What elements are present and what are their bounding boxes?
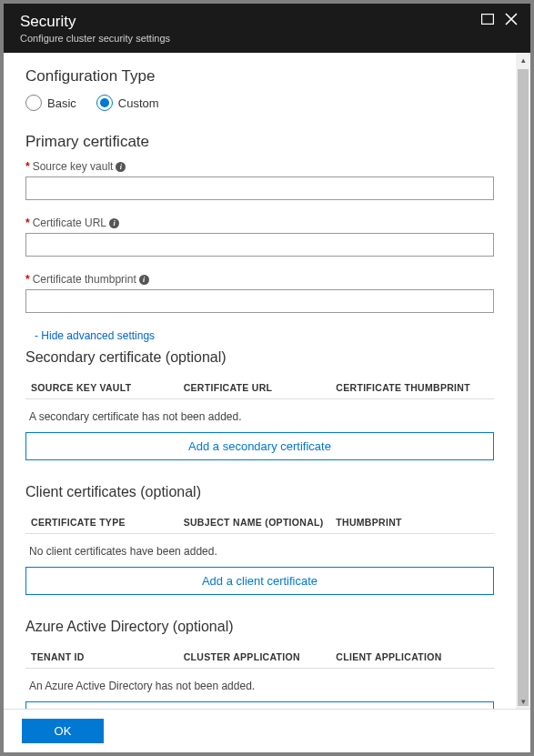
security-blade: Security Configure cluster security sett… (4, 4, 530, 752)
col-header: THUMBPRINT (336, 517, 489, 528)
scrollbar-thumb[interactable] (518, 69, 529, 706)
secondary-cert-title: Secondary certificate (optional) (25, 349, 494, 366)
col-header: TENANT ID (31, 651, 184, 662)
secondary-empty-msg: A secondary certificate has not been add… (25, 399, 494, 432)
col-header: CERTIFICATE THUMBPRINT (336, 382, 489, 393)
info-icon[interactable]: i (109, 218, 119, 228)
radio-basic[interactable]: Basic (25, 95, 76, 111)
col-header: SOURCE KEY VAULT (31, 382, 184, 393)
required-marker: * (25, 217, 30, 229)
required-marker: * (25, 273, 30, 286)
certificate-thumbprint-field: * Certificate thumbprint i (25, 273, 494, 313)
aad-table-head: TENANT ID CLUSTER APPLICATION CLIENT APP… (25, 646, 494, 668)
source-key-vault-field: * Source key vault i (25, 160, 494, 200)
col-header: CERTIFICATE URL (184, 382, 337, 393)
certificate-url-label: Certificate URL (33, 217, 106, 229)
radio-basic-label: Basic (47, 96, 76, 110)
aad-title: Azure Active Directory (optional) (25, 619, 494, 635)
radio-custom-label: Custom (118, 96, 159, 110)
radio-custom[interactable]: Custom (96, 95, 159, 111)
client-cert-title: Client certificates (optional) (25, 484, 494, 500)
add-aad-button[interactable]: Add an Azure Active Directory (25, 701, 494, 709)
add-client-certificate-button[interactable]: Add a client certificate (25, 567, 494, 595)
source-key-vault-label: Source key vault (33, 160, 114, 173)
certificate-thumbprint-label: Certificate thumbprint (33, 273, 136, 286)
scroll-up-icon[interactable]: ▴ (516, 53, 530, 67)
certificate-url-field: * Certificate URL i (25, 217, 494, 257)
certificate-thumbprint-input[interactable] (25, 289, 494, 313)
add-secondary-certificate-button[interactable]: Add a secondary certificate (25, 432, 494, 460)
col-header: SUBJECT NAME (OPTIONAL) (184, 517, 337, 528)
ok-button[interactable]: OK (22, 719, 104, 743)
blade-header-controls (481, 13, 518, 25)
info-icon[interactable]: i (139, 275, 149, 285)
primary-cert-title: Primary certificate (25, 133, 494, 151)
vertical-scrollbar[interactable]: ▴ ▾ (516, 53, 530, 709)
scroll-down-icon[interactable]: ▾ (516, 694, 530, 709)
blade-body: Configuration Type Basic Custom Primary … (4, 53, 516, 709)
config-type-radios: Basic Custom (25, 95, 494, 111)
blade-title: Security (20, 13, 170, 31)
blade-subtitle: Configure cluster security settings (20, 33, 170, 44)
info-icon[interactable]: i (116, 162, 126, 172)
blade-header-text: Security Configure cluster security sett… (20, 13, 170, 44)
config-type-title: Configuration Type (25, 67, 494, 86)
col-header: CLUSTER APPLICATION (184, 651, 337, 662)
client-table-head: CERTIFICATE TYPE SUBJECT NAME (OPTIONAL)… (25, 511, 494, 533)
aad-empty-msg: An Azure Active Directory has not been a… (25, 669, 494, 701)
hide-advanced-link[interactable]: - Hide advanced settings (35, 329, 494, 342)
blade-footer: OK (4, 709, 530, 752)
close-icon[interactable] (505, 13, 518, 25)
required-marker: * (25, 160, 30, 173)
client-empty-msg: No client certificates have been added. (25, 534, 494, 567)
secondary-table-head: SOURCE KEY VAULT CERTIFICATE URL CERTIFI… (25, 377, 494, 398)
col-header: CERTIFICATE TYPE (31, 517, 184, 528)
col-header: CLIENT APPLICATION (336, 651, 489, 662)
source-key-vault-input[interactable] (25, 176, 494, 200)
svg-rect-0 (482, 15, 494, 25)
blade-header: Security Configure cluster security sett… (4, 4, 530, 53)
certificate-url-input[interactable] (25, 233, 494, 257)
maximize-icon[interactable] (481, 14, 494, 25)
